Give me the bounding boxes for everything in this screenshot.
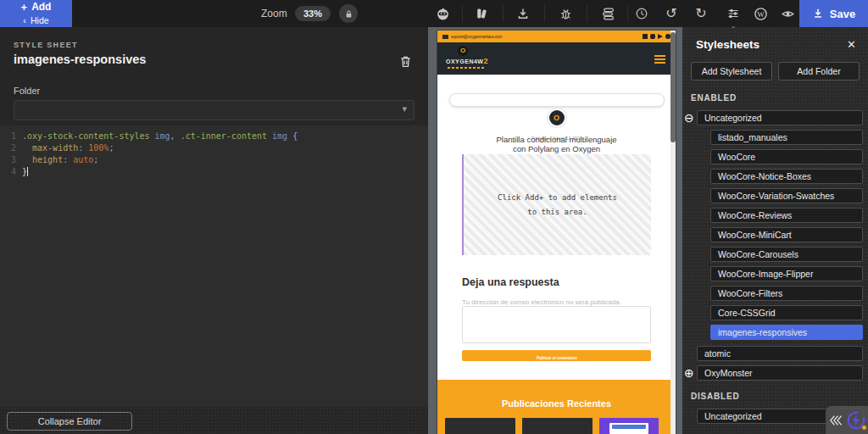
stylesheet-eyebrow: STYLE SHEET [14,41,415,49]
disabled-section-label: DISABLED [691,392,868,401]
save-button[interactable]: Save [799,0,868,27]
enabled-section-label: ENABLED [691,93,868,103]
site-logo[interactable]: O OXYGEN4W2 [446,46,488,69]
chevron-down-icon: ▾ [402,103,407,114]
line-number: 2 [0,142,22,154]
code-line[interactable]: 3 height: auto; [0,154,428,166]
recent-post-card[interactable] [445,418,515,434]
save-icon [812,8,824,19]
preview-scrollbar[interactable] [670,31,676,434]
line-number: 1 [0,131,22,142]
stylesheet-item-woocore-reviews[interactable]: WooCore-Reviews [710,208,863,223]
preview-scrollbar-thumb[interactable] [670,32,676,142]
stylesheet-item-oxymonster[interactable]: OxyMonster [697,365,863,381]
site-topbar-email[interactable]: soporte@oxygenmaniacs.com [451,34,502,38]
add-hide-block: + Add ‹ Hide [0,0,72,27]
stylesheet-item-woocore-notice-boxes[interactable]: WooCore-Notice-Boxes [710,169,863,184]
stylesheet-item-woocore-variation-swatches[interactable]: WooCore-Variation-Swatches [710,188,863,203]
stylesheet-title: imagenes-responsives [14,53,146,66]
undo-icon[interactable]: ↺ [659,0,683,27]
zoom-label: Zoom [261,0,287,27]
placeholder-text: Click Add+ to add elements to this area. [494,191,621,220]
site-logo-tagline [448,67,485,69]
stylesheet-item-imagenes-responsives[interactable]: imagenes-responsives [710,325,863,340]
text-cursor [27,167,28,176]
site-preview-page: soporte@oxygenmaniacs.com O OXYGEN4W2 [437,31,676,434]
stylesheet-item-woocore-filters[interactable]: WooCore-Filters [710,286,863,301]
stylesheet-item-woocore-minicart[interactable]: WooCore-MiniCart [710,227,863,242]
expand-circle-icon[interactable]: ⊕ [684,366,694,380]
chevron-left-icon: ‹ [23,15,26,25]
hide-button-label: Hide [31,15,49,25]
add-folder-button[interactable]: Add Folder [778,62,860,81]
site-logo-text: OXYGEN4W [446,58,483,64]
publish-comment-button[interactable]: Publicar el comentario [462,350,651,361]
plus-icon: + [21,1,28,14]
recent-post-card[interactable] [522,418,593,434]
folder-label: Folder [14,86,415,96]
delete-stylesheet-button[interactable] [397,53,415,73]
enabled-stylesheet-list: ⊖Uncategorizedlistado_manualesWooCoreWoo… [682,110,868,381]
export-icon[interactable] [511,0,535,27]
add-button-label: Add [31,1,51,13]
global-settings-icon[interactable]: ⌄ [721,0,745,27]
stylesheet-header: STYLE SHEET imagenes-responsives Folder … [0,27,428,120]
stylesheet-item-core-cssgrid[interactable]: Core-CSSGrid [710,305,863,320]
svg-text:W: W [757,9,765,18]
telegram-icon[interactable] [658,34,663,39]
site-topbar: soporte@oxygenmaniacs.com [437,31,676,42]
line-number: 4 [0,166,22,178]
card-thumbnail [609,423,648,434]
stylesheet-item-woocore-image-flipper[interactable]: WooCore-Image-Flipper [710,266,863,281]
hide-button[interactable]: ‹ Hide [0,14,72,27]
stylesheet-item-atomic[interactable]: atomic [697,346,863,361]
design-library-icon[interactable] [470,0,493,27]
css-code-editor[interactable]: 1.oxy-stock-content-styles img, .ct-inne… [0,125,428,407]
wordpress-icon[interactable]: W [748,0,772,27]
chat-icon[interactable] [650,34,655,39]
lock-button[interactable] [339,4,358,23]
divider [462,5,463,22]
comment-heading: Deja una respuesta [462,276,559,288]
chevron-down-icon: ⌄ [731,23,737,30]
stylesheet-item-woocore[interactable]: WooCore [710,149,863,164]
divider [587,5,587,22]
oxygen-builder-screen: + Add ‹ Hide Zoom 33% [0,0,868,434]
add-button[interactable]: + Add [0,0,72,14]
site-logo-accent: 2 [483,57,488,65]
structure-icon[interactable] [596,0,620,27]
history-icon[interactable] [630,0,654,27]
oxygen-monster-icon[interactable] [431,0,454,27]
builder-topbar: + Add ‹ Hide Zoom 33% [0,0,868,27]
debug-icon[interactable] [554,0,577,27]
comment-textarea[interactable] [462,306,651,343]
site-search-bar[interactable] [449,93,665,107]
redo-icon[interactable]: ↻ [689,0,713,27]
collapse-editor-button[interactable]: Collapse Editor [7,412,132,431]
stylesheet-item-woocore-carousels[interactable]: WooCore-Carousels [710,247,863,262]
stylesheet-item-uncategorized[interactable]: Uncategorized [697,110,863,125]
site-logo-icon: O [458,46,468,56]
code-line[interactable]: 2 max-width: 100%; [0,142,428,154]
editor-footer: Collapse Editor [0,407,428,434]
preview-icon[interactable] [776,0,799,27]
site-header: O OXYGEN4W2 [437,42,676,75]
code-line[interactable]: 1.oxy-stock-content-styles img, .ct-inne… [0,131,428,142]
folder-select[interactable]: ▾ [14,100,415,120]
collapse-chevrons-icon [828,414,843,427]
save-button-label: Save [830,8,855,20]
collapse-circle-icon[interactable]: ⊖ [684,111,694,125]
stylesheets-panel: Stylesheets ✕ Add Stylesheet Add Folder … [682,27,868,434]
stylesheet-item-listado_manuales[interactable]: listado_manuales [710,130,863,145]
oxymonster-floating-badge[interactable] [826,406,868,434]
code-line[interactable]: 4} [0,166,428,178]
lock-icon [343,8,354,19]
recent-post-card[interactable] [599,418,659,434]
close-icon[interactable]: ✕ [847,39,856,50]
add-stylesheet-button[interactable]: Add Stylesheet [691,62,772,81]
code-lines: 1.oxy-stock-content-styles img, .ct-inne… [0,131,428,178]
empty-content-placeholder[interactable]: Click Add+ to add elements to this area. [462,154,651,255]
facebook-icon[interactable] [643,34,648,39]
zoom-value-pill[interactable]: 33% [295,6,331,21]
hamburger-menu-icon[interactable] [654,55,665,65]
